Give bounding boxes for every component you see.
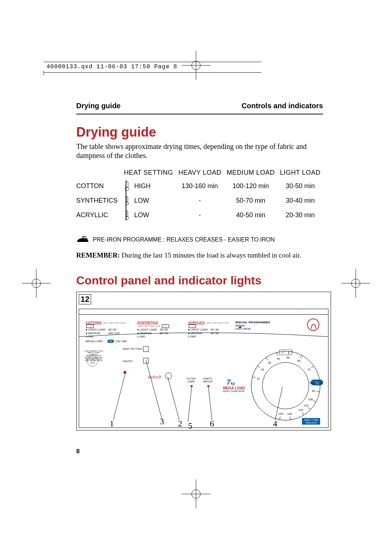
svg-point-11 [351,279,360,288]
register-mark-bottom [181,479,211,509]
heat-cell: HIGH [123,181,174,191]
heavy-cell: 130-160 min [176,179,224,193]
heat-low-icon [123,210,131,220]
panel-inner: COTTONS HEAT SETTING HIGH ▯ ● LIGHT LOAD… [79,309,328,428]
medium-cell: 40-50 min [224,208,277,222]
light-cell: 20-30 min [277,208,323,222]
svg-point-8 [32,279,41,288]
register-mark-right [341,269,370,298]
heat-low-icon [123,195,131,206]
fabric-cell: ACRYLLIC [76,208,121,222]
iron-icon [76,236,89,243]
preiron-note: PRE-IRON PROGRAMME : RELAXES CREASES - E… [76,236,323,243]
slug-bar: 40000133.qxd 11-06-03 17:50 Page 8 [44,62,261,73]
callout-6: 6 [210,419,214,429]
slug-text: 40000133.qxd 11-06-03 17:50 Page 8 [44,62,261,70]
svg-line-104 [113,372,126,420]
svg-line-105 [146,360,162,419]
medium-cell: 50-70 min [224,193,277,208]
table-row: COTTON HIGH 130-160 min 100-120 min 30-5… [76,179,323,193]
svg-point-5 [192,490,200,498]
heat-label: LOW [134,211,149,219]
th-blank [76,167,121,179]
remember-label: REMEMBER: [76,251,120,259]
remember-paragraph: REMEMBER: During the last 15 minutes the… [76,251,323,259]
svg-line-108 [208,387,212,420]
panel-topstrip [79,309,328,315]
heat-cell: LOW [123,195,174,206]
light-cell: 30-50 min [277,179,323,193]
medium-cell: 100-120 min [224,179,277,193]
remember-text: During the last 15 minutes the load is a… [120,251,301,259]
register-mark-left [22,269,51,298]
preiron-text: PRE-IRON PROGRAMME : RELAXES CREASES - E… [93,236,275,243]
light-cell: 30-40 min [277,193,323,208]
running-head-right: Controls and indicators [242,102,323,110]
fabric-cell: COTTON [76,179,121,193]
heat-high-icon [123,181,131,191]
heat-label: HIGH [134,182,151,190]
th-heavy: HEAVY LOAD [176,167,224,179]
callout-2: 2 [178,419,182,429]
heading-control-panel: Control panel and indicator lights [76,274,323,287]
svg-rect-14 [126,196,128,202]
callout-3: 3 [160,417,164,426]
drying-table: HEAT SETTING HEAVY LOAD MEDIUM LOAD LIGH… [76,167,323,222]
th-light: LIGHT LOAD [277,167,323,179]
callout-5: 5 [188,421,192,430]
table-row: SYNTHETICS LOW - 50-70 min 30-40 min [76,193,323,208]
fabric-cell: SYNTHETICS [76,193,121,208]
svg-rect-16 [126,211,128,216]
fascia: COTTONS HEAT SETTING HIGH ▯ ● LIGHT LOAD… [79,314,328,428]
page: 40000133.qxd 11-06-03 17:50 Page 8 Dryin… [0,0,392,555]
heading-drying-guide: Drying guide [76,125,323,140]
rule [76,114,323,114]
svg-line-109 [275,387,282,420]
svg-line-107 [188,387,192,422]
callout-1: 1 [110,419,114,429]
callout-4: 4 [273,419,277,429]
heat-cell: LOW [123,210,174,220]
table-row: ACRYLLIC LOW - 40-50 min 20-30 min [76,208,323,222]
heavy-cell: - [176,193,224,208]
svg-line-106 [168,377,179,420]
control-panel-figure: 12 COTTONS HEAT SETTING HIGH ▯ ● LIGHT L… [76,292,331,430]
th-heat: HEAT SETTING [121,167,176,179]
th-medium: MEDIUM LOAD [224,167,277,179]
heavy-cell: - [176,208,224,222]
figure-number: 12 [79,294,91,304]
running-head-left: Drying guide [76,102,121,110]
table-column-rule [126,181,126,220]
heat-label: LOW [134,197,149,204]
page-number: 8 [76,448,323,455]
intro-paragraph: The table shows approximate drying times… [76,142,323,160]
